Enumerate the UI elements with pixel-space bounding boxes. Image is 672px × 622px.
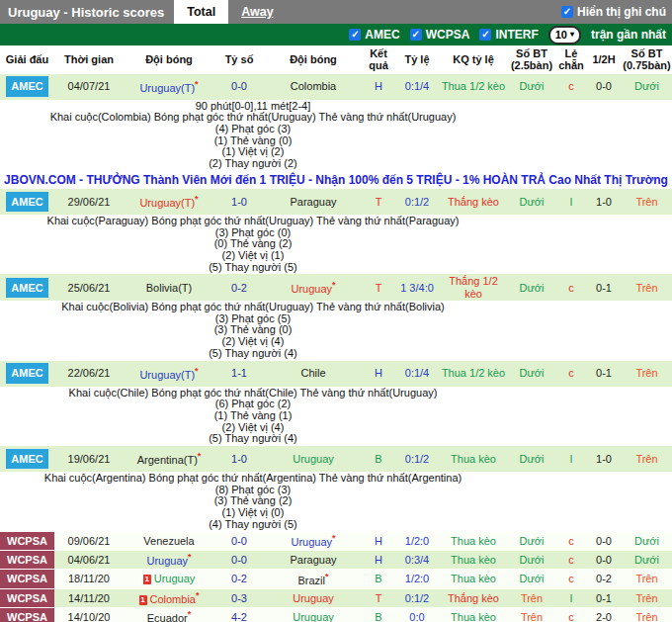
filter-label-wcpsa: WCPSA bbox=[426, 28, 470, 42]
away-team-cell: Brazil* bbox=[264, 570, 363, 588]
away-team[interactable]: Chile bbox=[300, 367, 325, 379]
home-team[interactable]: Ecuador* bbox=[147, 612, 192, 622]
home-team[interactable]: 1Colombia* bbox=[139, 593, 200, 605]
away-team[interactable]: Brazil* bbox=[297, 575, 328, 586]
home-team-cell: Ecuador* bbox=[124, 607, 214, 622]
over-under-0-75: Trên bbox=[622, 607, 672, 622]
away-team[interactable]: Uruguay bbox=[293, 592, 334, 604]
col-odds: Tỷ lệ bbox=[394, 45, 440, 74]
home-team[interactable]: Venezuela bbox=[143, 535, 194, 547]
filter-label-amec: AMEC bbox=[365, 28, 399, 42]
away-team[interactable]: Uruguay* bbox=[291, 536, 335, 548]
home-team-cell: Argentina(T)* bbox=[124, 446, 214, 472]
result-letter: T bbox=[363, 274, 394, 301]
home-team[interactable]: Uruguay(T)* bbox=[139, 197, 198, 209]
odds: 1/2:0 bbox=[394, 532, 440, 551]
result-letter: T bbox=[363, 588, 394, 607]
league-badge: WCPSA bbox=[0, 532, 54, 550]
match-row: WCPSA 14/11/20 1Colombia* 0-3 Uruguay T … bbox=[0, 588, 672, 607]
home-team-cell: Uruguay(T)* bbox=[124, 361, 214, 387]
match-notes-row: Khai cuộc(Argentina) Bóng phạt góc thứ n… bbox=[0, 472, 672, 532]
score: 1-0 bbox=[214, 189, 264, 215]
away-team[interactable]: Paraguay bbox=[290, 554, 336, 566]
filter-checkbox-wcpsa[interactable]: ✓ WCPSA bbox=[410, 28, 470, 42]
odd-even: c bbox=[556, 274, 586, 301]
odd-even: c bbox=[556, 570, 586, 588]
col-league: Giải đấu bbox=[0, 45, 54, 74]
over-under-2-5: Dưới bbox=[507, 551, 556, 570]
note-line: (5) Thay người (4) bbox=[0, 348, 506, 360]
match-notes-row: Khai cuộc(Paraguay) Bóng phạt góc thứ nh… bbox=[0, 215, 672, 275]
league-cell: AMEC bbox=[0, 74, 54, 100]
result-letter: H bbox=[363, 551, 394, 570]
league-badge: AMEC bbox=[6, 76, 48, 96]
home-team[interactable]: Argentina(T)* bbox=[137, 454, 202, 466]
show-notes-checkbox[interactable]: ✓ Hiển thị ghi chú bbox=[561, 5, 672, 19]
filter-checkbox-interf[interactable]: ✓ INTERF bbox=[479, 28, 538, 42]
match-date: 22/06/21 bbox=[54, 361, 124, 387]
over-under-0-75: Trên bbox=[622, 361, 672, 387]
col-date: Thời gian bbox=[54, 45, 124, 74]
ad-link[interactable]: JBOVN.COM - THƯỞNG Thành Viên Mới đến 1 … bbox=[4, 173, 668, 187]
match-notes-row: Khai cuộc(Chile) Bóng phạt góc thứ nhất(… bbox=[0, 387, 672, 447]
away-team[interactable]: Uruguay bbox=[293, 453, 334, 465]
away-team[interactable]: Uruguay bbox=[293, 611, 334, 622]
home-team[interactable]: 1Uruguay bbox=[143, 573, 196, 584]
odds: 0:1/2 bbox=[394, 446, 440, 472]
match-date: 14/10/20 bbox=[54, 607, 124, 622]
match-notes: Khai cuộc(Paraguay) Bóng phạt góc thứ nh… bbox=[0, 216, 506, 274]
match-notes: Khai cuộc(Bolivia) Bóng phạt góc thứ nhấ… bbox=[0, 302, 506, 360]
titlebar: Uruguay - Historic scores Total Away ✓ H… bbox=[0, 0, 672, 24]
league-badge: WCPSA bbox=[0, 551, 54, 569]
star-marker: * bbox=[332, 533, 336, 543]
result-letter: H bbox=[363, 361, 394, 387]
half-time-score: 0-1 bbox=[586, 361, 622, 387]
score: 0-0 bbox=[214, 551, 264, 570]
away-team[interactable]: Paraguay bbox=[290, 196, 336, 208]
tab-total[interactable]: Total bbox=[174, 0, 228, 24]
home-team-cell: Bolivia(T) bbox=[124, 274, 214, 301]
league-badge: AMEC bbox=[6, 449, 48, 469]
result-letter: B bbox=[363, 607, 394, 622]
star-marker: * bbox=[188, 610, 192, 620]
star-marker: * bbox=[196, 590, 200, 600]
team-name: Bolivia(T) bbox=[146, 282, 192, 294]
home-team[interactable]: Bolivia(T) bbox=[146, 282, 192, 294]
filter-checkbox-amec[interactable]: ✓ AMEC bbox=[349, 28, 399, 42]
half-time-score: 0-1 bbox=[586, 588, 622, 607]
note-line: (4) Phạt góc (3) bbox=[0, 124, 506, 135]
team-name: Argentina(T) bbox=[137, 454, 198, 466]
odds-result: Thua 1/2 kèo bbox=[440, 361, 507, 387]
odds: 0:1/2 bbox=[394, 588, 440, 607]
match-date: 29/06/21 bbox=[54, 189, 124, 215]
home-team[interactable]: Uruguay(T)* bbox=[139, 82, 198, 94]
over-under-2-5: Dưới bbox=[507, 361, 556, 387]
away-team[interactable]: Uruguay* bbox=[291, 283, 335, 295]
home-team-cell: Uruguay* bbox=[124, 551, 214, 570]
match-date: 14/11/20 bbox=[54, 588, 124, 607]
star-marker: * bbox=[195, 366, 199, 376]
half-time-score: 0-1 bbox=[586, 274, 622, 301]
team-name: Uruguay bbox=[146, 555, 188, 567]
col-home-team: Đội bóng bbox=[124, 45, 214, 74]
filter-label-interf: INTERF bbox=[495, 28, 538, 42]
home-team[interactable]: Uruguay(T)* bbox=[139, 369, 198, 381]
home-team[interactable]: Uruguay* bbox=[146, 555, 191, 567]
star-marker: * bbox=[188, 553, 192, 563]
match-row: WCPSA 09/06/21 Venezuela 0-0 Uruguay* H … bbox=[0, 532, 672, 551]
red-card-icon: 1 bbox=[143, 575, 151, 584]
recent-count-select[interactable]: 10 ▾ bbox=[548, 26, 581, 44]
over-under-2-5: Trên bbox=[507, 588, 556, 607]
odd-even: c bbox=[556, 607, 586, 622]
home-team-cell: Uruguay(T)* bbox=[124, 74, 214, 100]
table-header: Giải đấu Thời gian Đội bóng Tỷ số Đội bó… bbox=[0, 45, 672, 74]
match-row: WCPSA 04/06/21 Uruguay* 0-0 Paraguay H 0… bbox=[0, 551, 672, 570]
recent-count-value: 10 bbox=[555, 29, 567, 41]
away-team-cell: Uruguay bbox=[264, 446, 363, 472]
score: 0-2 bbox=[214, 570, 264, 588]
league-badge: WCPSA bbox=[0, 608, 54, 622]
home-team-cell: Uruguay(T)* bbox=[124, 189, 214, 215]
away-team[interactable]: Colombia bbox=[291, 80, 336, 92]
tab-away[interactable]: Away bbox=[228, 0, 286, 24]
match-date: 18/11/20 bbox=[54, 570, 124, 588]
